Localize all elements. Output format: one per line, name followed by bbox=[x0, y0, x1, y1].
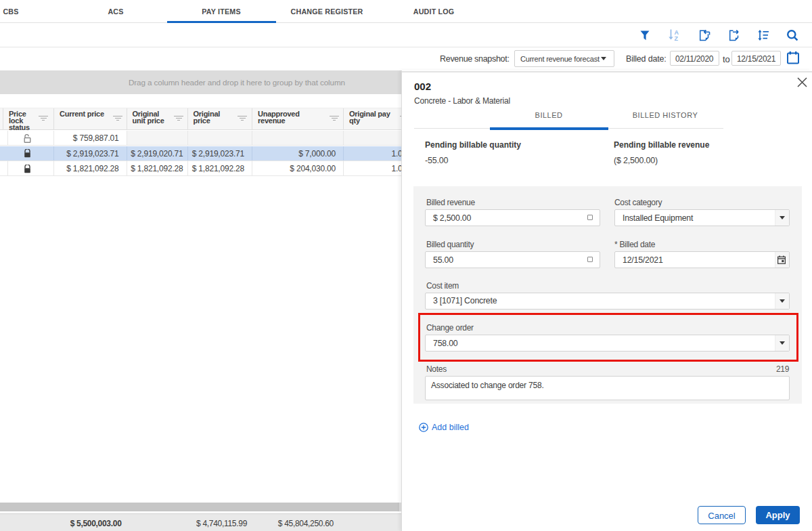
svg-text:Z: Z bbox=[675, 35, 679, 41]
